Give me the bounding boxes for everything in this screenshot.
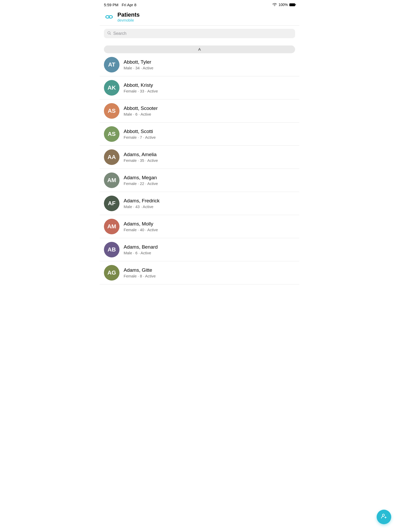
patient-details: Female · 40 · Active — [124, 228, 295, 232]
patient-name: Adams, Amelia — [124, 152, 295, 157]
avatar-circle: AT — [104, 57, 119, 72]
patient-list-item[interactable]: AK Abbott, Kristy Female · 33 · Active — [100, 76, 299, 99]
patient-info: Adams, Amelia Female · 35 · Active — [124, 152, 295, 163]
patient-avatar: AK — [104, 80, 119, 96]
patient-name: Adams, Benard — [124, 244, 295, 250]
patient-list-item[interactable]: AG Adams, Gitte Female · 8 · Active — [100, 261, 299, 284]
patient-info: Abbott, Tyler Male · 34 · Active — [124, 59, 295, 70]
patient-list-item[interactable]: AF Adams, Fredrick Male · 43 · Active — [100, 192, 299, 215]
patient-details: Male · 34 · Active — [124, 66, 295, 70]
app-header: Patients devmobile — [100, 9, 299, 26]
patient-name: Adams, Molly — [124, 221, 295, 227]
search-input[interactable] — [113, 31, 292, 36]
patient-name: Adams, Gitte — [124, 267, 295, 273]
patient-details: Male · 6 · Active — [124, 112, 295, 116]
search-icon — [107, 31, 111, 36]
patient-info: Adams, Gitte Female · 8 · Active — [124, 267, 295, 278]
patient-avatar: AF — [104, 196, 119, 211]
status-time: 5:59 PM Fri Apr 8 — [104, 3, 136, 7]
search-container — [100, 26, 299, 41]
section-header-label: A — [198, 47, 201, 51]
patient-list-item[interactable]: AT Abbott, Tyler Male · 34 · Active — [100, 53, 299, 76]
patient-list-item[interactable]: AA Adams, Amelia Female · 35 · Active — [100, 146, 299, 169]
patient-avatar: AM — [104, 219, 119, 234]
avatar-circle: AB — [104, 242, 119, 257]
avatar-circle: AF — [104, 196, 119, 211]
search-bar[interactable] — [104, 29, 295, 38]
avatar-circle: AG — [104, 265, 119, 281]
patient-list-item[interactable]: AM Adams, Megan Female · 22 · Active — [100, 169, 299, 192]
header-text: Patients devmobile — [117, 11, 140, 22]
section-header-a: A — [104, 45, 295, 53]
avatar-circle: AS — [104, 103, 119, 119]
patient-avatar: AB — [104, 242, 119, 257]
patient-list-item[interactable]: AS Abbott, Scooter Male · 6 · Active — [100, 99, 299, 123]
patient-avatar: AS — [104, 126, 119, 142]
patient-name: Adams, Fredrick — [124, 198, 295, 204]
patient-avatar: AT — [104, 57, 119, 72]
patient-name: Abbott, Kristy — [124, 82, 295, 88]
patient-info: Adams, Molly Female · 40 · Active — [124, 221, 295, 232]
patient-avatar: AG — [104, 265, 119, 281]
avatar-circle: AS — [104, 126, 119, 142]
avatar-circle: AM — [104, 219, 119, 234]
patient-details: Female · 8 · Active — [124, 274, 295, 278]
patient-avatar: AA — [104, 149, 119, 165]
patient-list: AT Abbott, Tyler Male · 34 · Active AK A… — [100, 53, 299, 284]
patient-avatar: AM — [104, 172, 119, 188]
app-logo — [104, 12, 114, 22]
patient-details: Female · 33 · Active — [124, 89, 295, 93]
patient-details: Female · 7 · Active — [124, 135, 295, 139]
battery-percent: 100% — [278, 3, 288, 7]
patient-details: Female · 22 · Active — [124, 181, 295, 186]
app-subtitle: devmobile — [117, 18, 140, 22]
patient-info: Abbott, Scotti Female · 7 · Active — [124, 129, 295, 139]
wifi-icon — [272, 3, 277, 7]
patient-list-item[interactable]: AB Adams, Benard Male · 6 · Active — [100, 238, 299, 261]
patient-info: Abbott, Kristy Female · 33 · Active — [124, 82, 295, 93]
patient-details: Male · 6 · Active — [124, 251, 295, 255]
patient-info: Adams, Megan Female · 22 · Active — [124, 175, 295, 186]
patient-avatar: AS — [104, 103, 119, 119]
avatar-circle: AM — [104, 172, 119, 188]
avatar-circle: AA — [104, 149, 119, 165]
patient-info: Adams, Benard Male · 6 · Active — [124, 244, 295, 255]
patient-details: Male · 43 · Active — [124, 204, 295, 209]
status-icons: 100% — [272, 3, 295, 7]
patient-list-item[interactable]: AM Adams, Molly Female · 40 · Active — [100, 215, 299, 238]
patient-list-item[interactable]: AS Abbott, Scotti Female · 7 · Active — [100, 123, 299, 146]
patient-name: Adams, Megan — [124, 175, 295, 181]
avatar-circle: AK — [104, 80, 119, 96]
app-title: Patients — [117, 11, 140, 18]
patient-name: Abbott, Tyler — [124, 59, 295, 65]
patient-info: Abbott, Scooter Male · 6 · Active — [124, 105, 295, 116]
patient-name: Abbott, Scotti — [124, 129, 295, 134]
patient-name: Abbott, Scooter — [124, 105, 295, 111]
patient-details: Female · 35 · Active — [124, 158, 295, 163]
patient-info: Adams, Fredrick Male · 43 · Active — [124, 198, 295, 209]
status-bar: 5:59 PM Fri Apr 8 100% — [100, 0, 299, 9]
battery-icon — [289, 3, 295, 6]
